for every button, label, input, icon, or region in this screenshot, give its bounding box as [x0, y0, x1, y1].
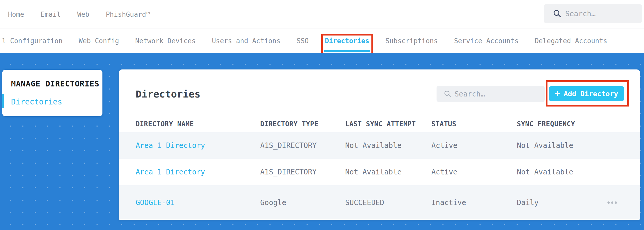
directories-table: DIRECTORY NAME DIRECTORY TYPE LAST SYNC …: [119, 116, 640, 220]
status-cell: Active: [431, 168, 517, 176]
tab-users-and-actions[interactable]: Users and Actions: [212, 37, 280, 45]
sidebar-item-directories[interactable]: Directories: [11, 97, 62, 106]
tab-web-config[interactable]: Web Config: [79, 37, 119, 45]
primary-nav: Home Email Web PhishGuard™: [0, 0, 644, 29]
status-cell: Active: [431, 141, 517, 150]
sync-frequency-cell: Not Available: [517, 141, 606, 150]
side-card-title: MANAGE DIRECTORIES: [11, 79, 99, 88]
primary-nav-links: Home Email Web PhishGuard™: [8, 0, 150, 29]
tab-network-devices[interactable]: Network Devices: [135, 37, 196, 45]
directory-type-cell: A1S_DIRECTORY: [260, 168, 345, 176]
global-search-input[interactable]: [565, 10, 637, 18]
table-row: GOOGLE-01 Google SUCCEEDED Inactive Dail…: [119, 185, 640, 220]
sync-frequency-cell: Daily: [517, 198, 606, 207]
tab-email-configuration[interactable]: l Configuration: [2, 37, 63, 45]
directory-name-link[interactable]: GOOGLE-01: [136, 198, 260, 207]
global-search[interactable]: [544, 4, 642, 23]
workspace-background: MANAGE DIRECTORIES Directories Directori…: [0, 53, 644, 230]
col-directory-type: DIRECTORY TYPE: [260, 120, 345, 128]
tab-directories[interactable]: Directories: [325, 37, 369, 45]
col-sync-frequency: SYNC FREQUENCY: [517, 120, 606, 128]
tab-sso[interactable]: SSO: [297, 37, 309, 45]
col-directory-name: DIRECTORY NAME: [136, 120, 260, 128]
col-status: STATUS: [431, 120, 517, 128]
row-actions-menu-icon[interactable]: [606, 199, 619, 206]
nav-item-email[interactable]: Email: [41, 11, 61, 18]
last-sync-cell: Not Available: [345, 168, 431, 176]
app-screen: Home Email Web PhishGuard™ l Configurati…: [0, 0, 644, 230]
tab-service-accounts[interactable]: Service Accounts: [454, 37, 518, 45]
add-directory-label: Add Directory: [564, 90, 618, 98]
table-header-row: DIRECTORY NAME DIRECTORY TYPE LAST SYNC …: [119, 116, 640, 132]
sync-frequency-cell: Not Available: [517, 168, 606, 176]
directory-type-cell: Google: [260, 198, 345, 207]
col-last-sync-attempt: LAST SYNC ATTEMPT: [345, 120, 431, 128]
table-row: Area 1 Directory A1S_DIRECTORY Not Avail…: [119, 159, 640, 185]
last-sync-cell: Not Available: [345, 141, 431, 150]
search-icon: [444, 90, 451, 98]
add-directory-wrap: + Add Directory: [549, 86, 624, 101]
manage-directories-card: MANAGE DIRECTORIES Directories: [2, 70, 102, 116]
search-icon: [553, 9, 562, 18]
active-item-indicator: [2, 94, 4, 108]
directory-type-cell: A1S_DIRECTORY: [260, 141, 345, 150]
active-tab-underline: [324, 50, 370, 52]
directories-search[interactable]: [437, 86, 545, 102]
nav-item-phishguard[interactable]: PhishGuard™: [106, 11, 150, 18]
last-sync-cell: SUCCEEDED: [345, 198, 431, 207]
directory-name-link[interactable]: Area 1 Directory: [136, 168, 260, 176]
nav-item-web[interactable]: Web: [77, 11, 89, 18]
nav-item-home[interactable]: Home: [8, 11, 24, 18]
table-row: Area 1 Directory A1S_DIRECTORY Not Avail…: [119, 132, 640, 159]
status-cell: Inactive: [431, 198, 517, 207]
directories-search-input[interactable]: [455, 90, 541, 98]
directories-panel: Directories + Add Directory DIRECTORY NA: [119, 69, 640, 220]
secondary-nav: l Configuration Web Config Network Devic…: [0, 29, 644, 53]
tab-subscriptions[interactable]: Subscriptions: [385, 37, 438, 45]
tab-delegated-accounts[interactable]: Delegated Accounts: [535, 37, 607, 45]
add-directory-button[interactable]: + Add Directory: [549, 86, 624, 101]
plus-icon: +: [555, 89, 560, 98]
page-title: Directories: [136, 89, 201, 100]
directory-name-link[interactable]: Area 1 Directory: [136, 141, 260, 150]
